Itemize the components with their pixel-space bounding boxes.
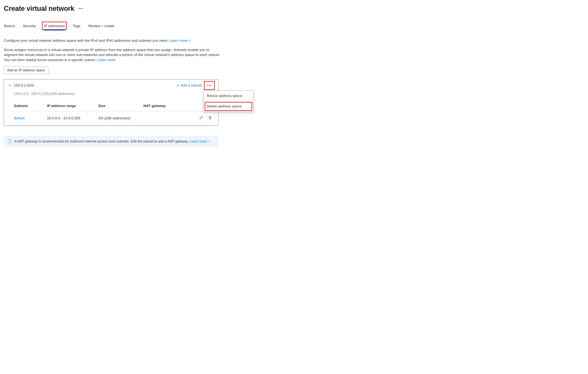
- tab-tags[interactable]: Tags: [72, 23, 81, 30]
- description-2: Azure assigns resources in a virtual net…: [4, 47, 222, 63]
- info-learn-more-link[interactable]: Learn more ↗: [189, 139, 210, 144]
- address-space-cidr: 192.0.2.0/24: [14, 83, 34, 88]
- tab-basics[interactable]: Basics: [4, 23, 15, 30]
- add-address-space-button[interactable]: Add an IP address space: [4, 67, 48, 74]
- subnets-table: Subnets IP address range Size NAT gatewa…: [9, 101, 214, 125]
- col-ip-range: IP address range: [45, 101, 97, 111]
- menu-item-resize-address-space[interactable]: Resize address space: [204, 91, 253, 101]
- menu-item-delete-label: Delete address space: [207, 104, 242, 108]
- menu-item-delete-address-space[interactable]: Delete address space: [204, 101, 253, 111]
- edit-subnet-button[interactable]: [199, 116, 203, 121]
- tab-ip-addresses-label: IP addresses: [44, 24, 65, 28]
- address-space-more-button[interactable]: ••• Resize address space Delete address …: [205, 82, 214, 88]
- tabs-bar: Basics Security IP addresses Tags Review…: [4, 23, 584, 30]
- add-subnet-label: Add a subnet: [180, 83, 202, 88]
- subnet-name-link[interactable]: default: [9, 111, 45, 125]
- external-link-icon: ↗: [208, 140, 210, 143]
- col-size: Size: [97, 101, 142, 111]
- chevron-up-icon[interactable]: [9, 83, 11, 88]
- external-link-icon: ↗: [189, 39, 191, 42]
- subnet-size: /24 (256 addresses): [97, 111, 142, 125]
- description-1: Configure your virtual network address s…: [4, 38, 222, 43]
- col-nat-gateway: NAT gateway: [142, 101, 183, 111]
- learn-more-link-2[interactable]: Learn more: [97, 58, 116, 62]
- tab-ip-addresses[interactable]: IP addresses: [43, 23, 65, 30]
- delete-subnet-button[interactable]: [208, 116, 212, 121]
- description-1-text: Configure your virtual network address s…: [4, 39, 168, 42]
- address-range-note: 192.0.2.0 - 192.0.2.255 (256 addresses): [14, 91, 214, 96]
- subnet-nat-gateway: -: [142, 111, 183, 125]
- learn-more-label-1: Learn more: [169, 39, 188, 42]
- address-space-context-menu: Resize address space Delete address spac…: [203, 91, 253, 111]
- info-icon: i: [8, 139, 12, 143]
- table-row: default 10.0.0.0 - 10.0.0.255 /24 (256 a…: [9, 111, 214, 125]
- nat-gateway-info-banner: i A NAT gateway is recommended for outbo…: [4, 136, 218, 147]
- pencil-icon: [199, 116, 203, 120]
- plus-icon: +: [177, 82, 179, 88]
- learn-more-link-1[interactable]: Learn more ↗: [169, 39, 191, 42]
- tab-review-create[interactable]: Review + create: [88, 23, 115, 30]
- info-learn-more-label: Learn more: [189, 139, 207, 144]
- ellipsis-icon: •••: [206, 83, 212, 88]
- info-banner-text: A NAT gateway is recommended for outboun…: [14, 140, 189, 143]
- add-subnet-button[interactable]: + Add a subnet: [177, 82, 202, 88]
- more-icon[interactable]: •••: [78, 6, 84, 11]
- trash-icon: [208, 116, 212, 120]
- address-space-panel: 192.0.2.0/24 + Add a subnet ••• Resize a…: [4, 79, 218, 126]
- tab-security[interactable]: Security: [22, 23, 36, 30]
- col-subnets: Subnets: [9, 101, 45, 111]
- subnet-ip-range: 10.0.0.0 - 10.0.0.255: [45, 111, 97, 125]
- page-title: Create virtual network: [4, 4, 74, 13]
- info-banner-content: A NAT gateway is recommended for outboun…: [14, 139, 210, 144]
